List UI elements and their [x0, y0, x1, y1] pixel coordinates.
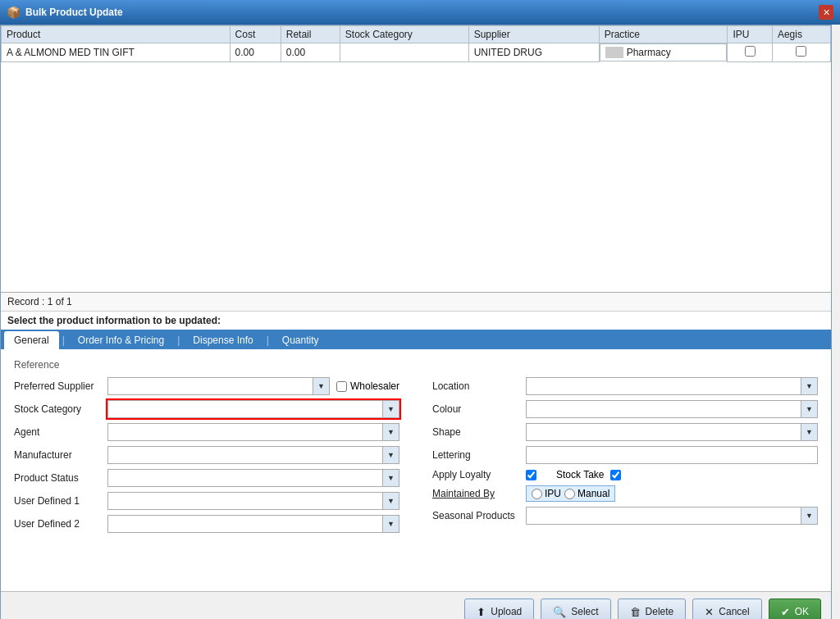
upload-button[interactable]: ⬆ Upload [464, 599, 534, 619]
radio-ipu-option[interactable]: IPU [532, 488, 561, 499]
seasonal-products-select[interactable]: ▼ [526, 507, 818, 525]
upload-icon: ⬆ [477, 606, 486, 618]
manufacturer-select[interactable]: ▼ [107, 446, 399, 464]
record-current: 1 [48, 296, 53, 307]
user-defined-1-input[interactable] [108, 493, 382, 509]
ipu-checkbox-row[interactable] [745, 46, 756, 57]
colour-input[interactable] [527, 401, 801, 417]
user-defined-2-input[interactable] [108, 516, 382, 532]
ok-label: OK [795, 606, 809, 617]
col-practice: Practice [599, 26, 728, 43]
agent-label: Agent [14, 426, 104, 438]
agent-dropdown-btn[interactable]: ▼ [382, 424, 399, 440]
agent-select[interactable]: ▼ [107, 423, 399, 441]
stock-category-label: Stock Category [14, 403, 104, 415]
radio-ipu-label: IPU [545, 488, 561, 499]
radio-manual-option[interactable]: Manual [564, 488, 609, 499]
user-defined-2-select[interactable]: ▼ [107, 515, 399, 533]
select-button[interactable]: 🔍 Select [541, 599, 610, 619]
title-bar: 📦 Bulk Product Update ✕ [0, 0, 840, 25]
wholesaler-checkbox[interactable] [336, 381, 347, 392]
radio-manual[interactable] [564, 489, 575, 499]
table-empty-space [1, 62, 831, 292]
tab-general[interactable]: General [4, 331, 59, 349]
colour-row: Colour ▼ [432, 400, 818, 418]
table-row[interactable]: A & ALMOND MED TIN GIFT 0.00 0.00 UNITED… [2, 43, 831, 62]
preferred-supplier-dropdown-btn[interactable]: ▼ [313, 378, 329, 394]
location-input[interactable] [527, 378, 801, 394]
agent-input[interactable] [108, 424, 382, 440]
lettering-input[interactable] [526, 446, 818, 464]
lettering-row: Lettering [432, 446, 818, 464]
lettering-label: Lettering [432, 449, 523, 461]
stock-category-select[interactable]: ▼ [107, 400, 399, 418]
seasonal-products-row: Seasonal Products ▼ [432, 507, 818, 525]
user-defined-1-select[interactable]: ▼ [107, 492, 399, 510]
product-status-row: Product Status ▼ [14, 469, 399, 487]
delete-label: Delete [646, 606, 674, 617]
wholesaler-row: Wholesaler [336, 380, 399, 392]
user-defined-2-label: User Defined 2 [14, 518, 104, 530]
location-row: Location ▼ [432, 377, 818, 395]
manufacturer-row: Manufacturer ▼ [14, 446, 399, 464]
aegis-checkbox-row[interactable] [796, 46, 806, 57]
user-defined-1-row: User Defined 1 ▼ [14, 492, 399, 510]
cancel-button[interactable]: ✕ Cancel [692, 599, 761, 619]
stock-take-checkbox-wrapper [610, 470, 621, 480]
preferred-supplier-input[interactable] [108, 378, 313, 394]
stock-take-checkbox[interactable] [610, 470, 621, 480]
user-defined-2-dropdown-btn[interactable]: ▼ [382, 516, 399, 532]
seasonal-products-input[interactable] [527, 507, 801, 524]
product-table: Product Cost Retail Stock Category Suppl… [1, 25, 831, 62]
radio-manual-label: Manual [578, 488, 609, 499]
shape-dropdown-btn[interactable]: ▼ [801, 424, 817, 440]
preferred-supplier-label: Preferred Supplier [14, 380, 104, 392]
cancel-label: Cancel [719, 606, 749, 617]
seasonal-products-dropdown-btn[interactable]: ▼ [801, 507, 817, 524]
close-button[interactable]: ✕ [819, 5, 833, 20]
manufacturer-dropdown-btn[interactable]: ▼ [382, 447, 399, 463]
radio-ipu[interactable] [532, 489, 542, 499]
tab-dispense-info[interactable]: Dispense Info [183, 331, 262, 349]
ok-icon: ✔ [781, 606, 790, 618]
product-status-input[interactable] [108, 470, 382, 486]
tab-sep-2: | [176, 331, 181, 349]
delete-button[interactable]: 🗑 Delete [618, 599, 687, 619]
upload-label: Upload [491, 606, 522, 617]
col-cost: Cost [230, 26, 281, 43]
seasonal-products-label: Seasonal Products [432, 510, 523, 521]
col-supplier: Supplier [468, 26, 599, 43]
ok-button[interactable]: ✔ OK [769, 599, 821, 619]
product-status-select[interactable]: ▼ [107, 469, 399, 487]
manufacturer-input[interactable] [108, 447, 382, 463]
select-label: Select [571, 606, 598, 617]
colour-dropdown-btn[interactable]: ▼ [801, 401, 817, 417]
col-stock-category: Stock Category [340, 26, 468, 43]
record-total: 1 [66, 296, 72, 307]
preferred-supplier-select[interactable]: ▼ [107, 377, 330, 395]
shape-input[interactable] [527, 424, 801, 440]
cancel-icon: ✕ [705, 606, 714, 618]
apply-loyalty-row: Apply Loyalty Stock Take [432, 469, 818, 480]
tab-sep-1: | [61, 331, 66, 349]
app-icon: 📦 [7, 6, 21, 19]
tab-order-info-pricing[interactable]: Order Info & Pricing [68, 331, 174, 349]
location-select[interactable]: ▼ [526, 377, 818, 395]
shape-select[interactable]: ▼ [526, 423, 818, 441]
cell-aegis [772, 43, 830, 62]
section-title-reference: Reference [14, 359, 818, 371]
preferred-supplier-row: Preferred Supplier ▼ Wholesaler [14, 377, 399, 395]
tab-quantity[interactable]: Quantity [272, 331, 329, 349]
colour-select[interactable]: ▼ [526, 400, 818, 418]
location-dropdown-btn[interactable]: ▼ [801, 378, 817, 394]
form-area: Reference Preferred Supplier ▼ Wholesale… [1, 349, 831, 591]
stock-category-input[interactable] [108, 401, 382, 417]
product-status-dropdown-btn[interactable]: ▼ [382, 470, 399, 486]
shape-label: Shape [432, 426, 523, 438]
maintained-by-row: Maintained By IPU Manual [432, 485, 818, 502]
form-right-column: Location ▼ Colour ▼ Shape [432, 377, 818, 538]
apply-loyalty-checkbox[interactable] [526, 470, 536, 480]
stock-category-dropdown-btn[interactable]: ▼ [382, 401, 399, 417]
user-defined-1-dropdown-btn[interactable]: ▼ [382, 493, 399, 509]
tab-sep-3: | [265, 331, 271, 349]
